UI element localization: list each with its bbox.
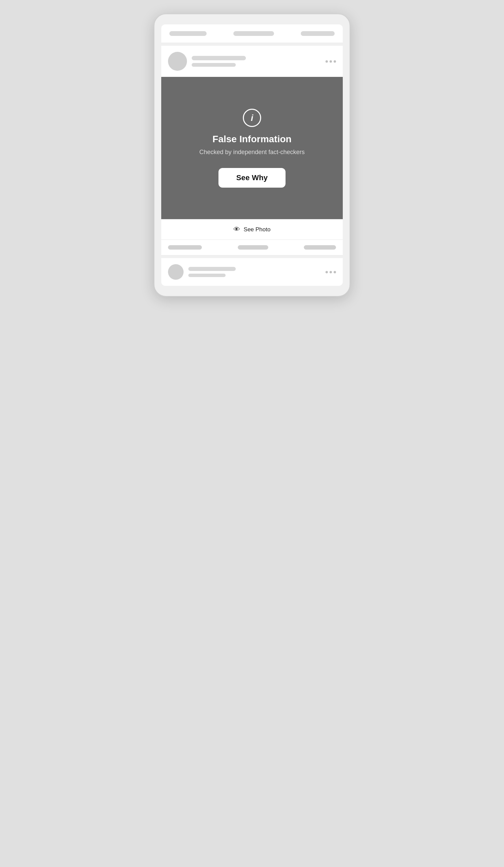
action-share[interactable] — [304, 245, 336, 249]
nav-pill-center — [233, 31, 274, 36]
post-header-left — [168, 52, 246, 71]
false-info-overlay: i False Information Checked by independe… — [161, 77, 343, 219]
next-dot-1 — [325, 271, 328, 273]
nav-pill-right — [301, 31, 335, 36]
see-photo-label: See Photo — [244, 226, 270, 233]
see-why-button[interactable]: See Why — [218, 168, 285, 188]
next-post-left — [168, 264, 236, 280]
top-nav — [161, 24, 343, 43]
action-comment[interactable] — [238, 245, 268, 249]
user-time-placeholder — [192, 63, 236, 67]
next-avatar — [168, 264, 184, 280]
dot-1 — [325, 60, 328, 63]
next-dot-3 — [334, 271, 336, 273]
dot-2 — [330, 60, 332, 63]
dot-3 — [334, 60, 336, 63]
post-card: i False Information Checked by independe… — [161, 46, 343, 255]
post-header — [161, 46, 343, 77]
info-icon: i — [251, 114, 253, 122]
see-photo-bar[interactable]: 👁 See Photo — [161, 219, 343, 240]
next-more-options[interactable] — [325, 271, 336, 273]
phone-frame: i False Information Checked by independe… — [154, 13, 350, 297]
false-info-subtitle: Checked by independent fact-checkers — [199, 149, 304, 156]
next-user-time — [188, 274, 226, 277]
false-info-title: False Information — [212, 134, 291, 144]
info-icon-circle: i — [243, 109, 261, 127]
next-user-name — [188, 267, 236, 271]
eye-icon: 👁 — [233, 226, 240, 233]
next-user-info — [188, 267, 236, 277]
user-info — [192, 56, 246, 67]
avatar — [168, 52, 187, 71]
action-like[interactable] — [168, 245, 202, 249]
next-dot-2 — [330, 271, 332, 273]
nav-pill-left — [169, 31, 207, 36]
post-actions — [161, 240, 343, 255]
user-name-placeholder — [192, 56, 246, 60]
more-options[interactable] — [325, 60, 336, 63]
next-post-preview — [161, 258, 343, 286]
